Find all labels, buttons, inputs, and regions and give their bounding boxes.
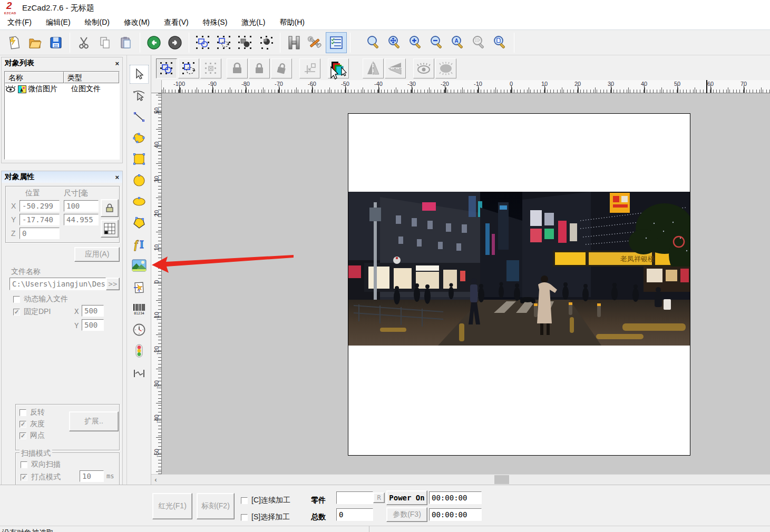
- transform-rotate-button[interactable]: [178, 58, 199, 78]
- menu-file[interactable]: 文件(F): [7, 18, 32, 27]
- part-count-field[interactable]: [336, 491, 373, 504]
- tool-line[interactable]: [130, 107, 149, 126]
- lock-object-button[interactable]: [271, 58, 292, 78]
- tool-clock[interactable]: [130, 320, 149, 339]
- reset-count-button[interactable]: R: [373, 492, 385, 503]
- fixed-dpi-checkbox[interactable]: [13, 309, 20, 316]
- zoom-grid-button[interactable]: [469, 32, 490, 53]
- continuous-checkbox[interactable]: [241, 497, 248, 504]
- mirror-vertical-button[interactable]: [363, 58, 384, 78]
- zoom-move-button[interactable]: [384, 32, 405, 53]
- tool-rectangle[interactable]: [130, 150, 149, 169]
- dynamic-input-row[interactable]: 动态输入文件: [13, 294, 68, 304]
- redo-button[interactable]: [164, 32, 186, 53]
- lock-size-button[interactable]: [249, 58, 270, 78]
- transform-select-button[interactable]: [156, 58, 177, 78]
- handles-select-button[interactable]: [192, 32, 213, 53]
- dot-mode-checkbox[interactable]: [21, 474, 27, 481]
- select-mark-row[interactable]: [S]选择加工: [241, 513, 290, 522]
- dither-row[interactable]: 网点: [20, 431, 45, 440]
- h-scrollbar[interactable]: ‹: [151, 474, 770, 484]
- cut-button[interactable]: [73, 32, 94, 53]
- menu-edit[interactable]: 编辑(E): [46, 18, 71, 27]
- menu-help[interactable]: 帮助(H): [279, 18, 304, 27]
- tool-polygon[interactable]: [130, 213, 149, 232]
- anchor-grid-button[interactable]: [101, 220, 119, 238]
- expand-button[interactable]: 扩展..: [69, 411, 119, 431]
- tool-curve[interactable]: [130, 129, 149, 147]
- handles-dots-button[interactable]: [256, 32, 277, 53]
- visibility-eye-icon[interactable]: [5, 85, 16, 93]
- zoom-in-button[interactable]: [405, 32, 426, 53]
- dither-checkbox[interactable]: [20, 432, 26, 439]
- gray-checkbox[interactable]: [20, 421, 26, 428]
- dot-time-field[interactable]: 10: [80, 470, 104, 482]
- zoom-out-button[interactable]: [426, 32, 447, 53]
- undo-button[interactable]: [143, 32, 164, 53]
- total-count-field[interactable]: 0: [336, 508, 373, 521]
- tool-node-edit[interactable]: [130, 86, 149, 105]
- lock-position-button[interactable]: [227, 58, 248, 78]
- apply-button[interactable]: 应用(A): [74, 247, 120, 262]
- scrollbar-thumb[interactable]: [494, 475, 509, 484]
- continuous-row[interactable]: [C]连续加工: [241, 496, 290, 505]
- size-x-field[interactable]: 100: [64, 200, 99, 212]
- close-icon[interactable]: ×: [115, 60, 119, 67]
- red-light-button[interactable]: 红光(F1): [152, 493, 192, 519]
- tool-circle[interactable]: [130, 171, 149, 190]
- tool-barcode[interactable]: 01234: [130, 299, 149, 318]
- zoom-all-button[interactable]: A: [447, 32, 469, 53]
- canvas-workspace[interactable]: ℃PԊԐ 老凤祥银楼: [162, 93, 770, 474]
- device-tools-button[interactable]: [305, 32, 326, 53]
- menu-special[interactable]: 特殊(S): [203, 18, 228, 27]
- mark-list-button[interactable]: [326, 32, 347, 53]
- hatch-button[interactable]: [284, 32, 305, 53]
- invert-checkbox[interactable]: [20, 409, 26, 416]
- pos-y-field[interactable]: -17.740: [20, 214, 60, 225]
- hide-object-button[interactable]: [435, 58, 456, 78]
- tool-text[interactable]: f I: [130, 235, 149, 254]
- handles-fill-button[interactable]: [235, 32, 256, 53]
- copy-button[interactable]: [94, 32, 115, 53]
- tool-kerning[interactable]: [130, 364, 149, 383]
- array-button[interactable]: [200, 58, 221, 78]
- tool-bitmap[interactable]: [130, 256, 149, 275]
- pos-x-field[interactable]: -50.299: [20, 200, 60, 212]
- bidirectional-row[interactable]: 双向扫描: [21, 460, 61, 469]
- new-button[interactable]: [3, 32, 24, 53]
- scroll-left-button[interactable]: ‹: [151, 475, 160, 484]
- menu-view[interactable]: 查看(V): [164, 18, 189, 27]
- tool-traffic-light[interactable]: [130, 341, 149, 360]
- mirror-horizontal-button[interactable]: [385, 58, 406, 78]
- invert-row[interactable]: 反转: [20, 408, 45, 417]
- paste-button[interactable]: [115, 32, 137, 53]
- zoom-page-button[interactable]: [490, 32, 511, 53]
- select-mark-checkbox[interactable]: [241, 514, 248, 521]
- close-icon[interactable]: ×: [115, 173, 119, 181]
- browse-more-button[interactable]: >>: [106, 278, 120, 290]
- size-y-field[interactable]: 44.955: [64, 214, 99, 225]
- dot-mode-row[interactable]: 打点模式: [21, 472, 61, 482]
- column-header-type[interactable]: 类型: [64, 72, 119, 83]
- set-origin-button[interactable]: [299, 58, 320, 78]
- document-page[interactable]: ℃PԊԐ 老凤祥银楼: [348, 113, 690, 456]
- dynamic-input-checkbox[interactable]: [13, 296, 20, 303]
- save-button[interactable]: [45, 32, 66, 53]
- pos-z-field[interactable]: 0: [20, 228, 60, 239]
- object-list-row[interactable]: 微信图片 位图文件: [5, 83, 119, 95]
- lock-ratio-button[interactable]: [101, 199, 119, 217]
- fixed-dpi-row[interactable]: 固定DPI: [13, 307, 51, 317]
- handles-rotate-button[interactable]: [213, 32, 235, 53]
- tool-ellipse[interactable]: [130, 192, 149, 211]
- mark-button[interactable]: 标刻(F2): [197, 493, 235, 519]
- gray-row[interactable]: 灰度: [20, 419, 45, 429]
- power-on-button[interactable]: Power On: [386, 490, 427, 505]
- zoom-window-button[interactable]: [363, 32, 384, 53]
- bitmap-object-street-photo[interactable]: ℃PԊԐ 老凤祥银楼: [348, 192, 690, 346]
- open-button[interactable]: [24, 32, 45, 53]
- menu-modify[interactable]: 修改(M): [124, 18, 150, 27]
- dpi-x-field[interactable]: 500: [82, 305, 104, 317]
- param-button[interactable]: 参数(F3): [386, 507, 427, 522]
- menu-laser[interactable]: 激光(L): [241, 18, 265, 27]
- file-path-field[interactable]: C:\Users\jiangjun\Des: [9, 278, 106, 290]
